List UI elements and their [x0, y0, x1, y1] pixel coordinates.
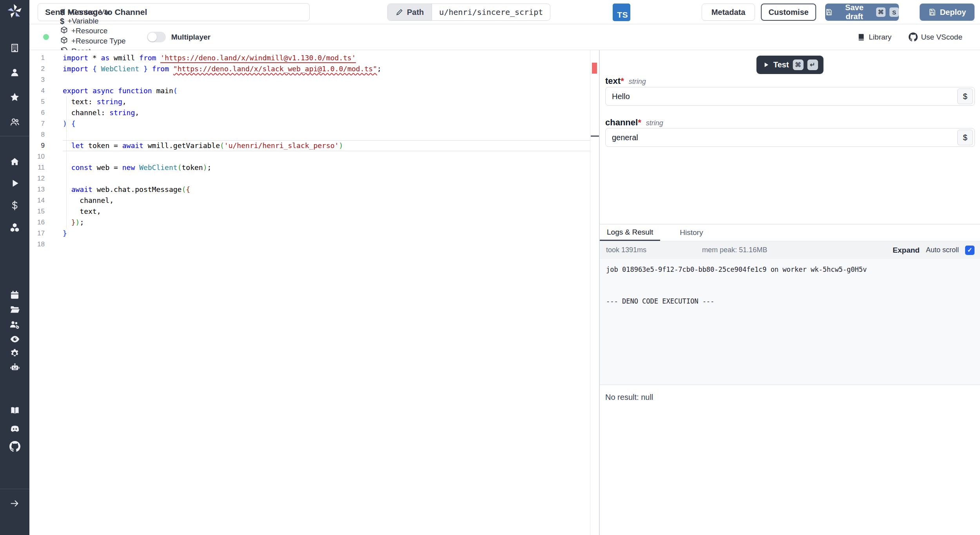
log-output[interactable]: job 018963e5-9f12-7cb0-bb80-25ce904fe1c9…: [600, 259, 980, 385]
line-number: 18: [29, 239, 63, 250]
result-output: No result: null: [600, 385, 980, 410]
toolbar--variable-button[interactable]: $+Variable: [60, 17, 131, 26]
line-number: 15: [29, 206, 63, 217]
multiplayer-toggle[interactable]: [147, 32, 166, 42]
logs-tabs: Logs & Result History: [600, 224, 980, 241]
code-line-6[interactable]: 6 channel: string,: [29, 107, 590, 118]
deploy-button[interactable]: Deploy: [920, 4, 975, 21]
library-button[interactable]: Library: [857, 33, 891, 42]
line-number: 2: [29, 63, 63, 74]
sidebar-item-user-icon[interactable]: [0, 64, 29, 81]
package-icon: [60, 36, 68, 46]
logs-stats-bar: took 1391ms mem peak: 51.16MB Expand Aut…: [600, 241, 980, 259]
code-line-11[interactable]: 11 const web = new WebClient(token);: [29, 162, 590, 173]
sidebar-item-arrow-right-icon[interactable]: [0, 495, 29, 512]
metadata-button[interactable]: Metadata: [702, 4, 755, 21]
log-line: job 018963e5-9f12-7cb0-bb80-25ce904fe1c9…: [606, 264, 974, 275]
line-number: 10: [29, 151, 63, 162]
code-line-17[interactable]: 17}: [29, 228, 590, 239]
insert-variable-button[interactable]: $: [957, 89, 973, 104]
kbd-s: S: [889, 7, 899, 17]
code-text: export async function main(: [63, 85, 590, 96]
toolbar--resource-button[interactable]: +Resource: [60, 26, 131, 36]
github-icon: [909, 33, 918, 42]
package-icon: [60, 26, 68, 36]
run-panel: Test ⌘ ↵ text*string$channel*string$ Log…: [599, 50, 980, 535]
line-number: 17: [29, 228, 63, 239]
line-number: 14: [29, 195, 63, 206]
autoscroll-label: Auto scroll: [926, 246, 959, 254]
sidebar-divider: [0, 489, 29, 489]
deploy-label: Deploy: [940, 8, 966, 17]
toolbar--resource-type-button[interactable]: +Resource Type: [60, 36, 131, 46]
sidebar-item-book-icon[interactable]: [0, 402, 29, 419]
code-line-5[interactable]: 5 text: string,: [29, 96, 590, 107]
line-number: 5: [29, 96, 63, 107]
code-line-10[interactable]: 10: [29, 151, 590, 162]
sidebar-item-dollar-icon[interactable]: [0, 197, 29, 214]
tab-logs-result[interactable]: Logs & Result: [600, 224, 660, 241]
code-line-12[interactable]: 12: [29, 173, 590, 184]
sidebar-item-home-icon[interactable]: [0, 153, 29, 170]
save-icon: [928, 8, 936, 16]
sidebar-item-users-icon[interactable]: [0, 113, 29, 130]
kbd-cmd: ⌘: [876, 7, 886, 17]
sidebar-divider: [0, 136, 29, 136]
code-line-16[interactable]: 16 });: [29, 217, 590, 228]
code-text: [63, 129, 590, 140]
sidebar-item-folder-open-icon[interactable]: [0, 301, 29, 318]
toolbar--context-var-button[interactable]: $+Context Var: [60, 8, 131, 17]
typescript-badge: TS: [613, 4, 630, 21]
sidebar-item-star-icon[interactable]: [0, 89, 29, 106]
code-text: [63, 74, 590, 85]
code-line-8[interactable]: 8: [29, 129, 590, 140]
save-draft-label: Save draft: [837, 3, 872, 21]
code-text: ) {: [63, 118, 590, 129]
customise-button[interactable]: Customise: [761, 4, 816, 21]
channel-input[interactable]: [605, 128, 975, 147]
code-line-1[interactable]: 1import * as wmill from 'https://deno.la…: [29, 52, 590, 63]
save-draft-button[interactable]: Save draft ⌘ S: [825, 4, 899, 21]
code-text: text,: [63, 206, 590, 217]
path-value[interactable]: u/henri/sincere_script: [432, 4, 550, 20]
sidebar-item-robot-icon[interactable]: [0, 359, 29, 376]
autoscroll-checkbox[interactable]: ✓: [965, 246, 975, 255]
path-group: Path u/henri/sincere_script: [387, 4, 550, 21]
sidebar-item-boxes-icon[interactable]: [0, 219, 29, 236]
overview-ruler[interactable]: [590, 50, 599, 535]
tab-history[interactable]: History: [673, 224, 710, 241]
mem-peak: mem peak: 51.16MB: [702, 246, 767, 254]
sidebar-item-github-icon[interactable]: [0, 438, 29, 455]
code-line-9[interactable]: 9 let token = await wmill.getVariable('u…: [29, 140, 590, 151]
log-line: [606, 275, 974, 286]
code-line-18[interactable]: 18: [29, 239, 590, 250]
code-line-7[interactable]: 7) {: [29, 118, 590, 129]
code-line-13[interactable]: 13 await web.chat.postMessage({: [29, 184, 590, 195]
text-input[interactable]: [605, 87, 975, 106]
editor-toolbar: $+Context Var$+Variable+Resource+Resourc…: [29, 24, 980, 50]
book-icon: [857, 33, 866, 42]
windmill-logo[interactable]: [0, 3, 29, 20]
code-line-14[interactable]: 14 channel,: [29, 195, 590, 206]
use-vscode-button[interactable]: Use VScode: [909, 33, 962, 42]
test-button[interactable]: Test ⌘ ↵: [757, 56, 824, 74]
code-text: }: [63, 228, 590, 239]
code-text: import * as wmill from 'https://deno.lan…: [63, 52, 590, 63]
line-number: 8: [29, 129, 63, 140]
top-bar: Path u/henri/sincere_script TS Metadata …: [29, 0, 980, 24]
sidebar-item-discord-icon[interactable]: [0, 420, 29, 437]
play-icon: [763, 61, 769, 68]
code-line-15[interactable]: 15 text,: [29, 206, 590, 217]
sidebar-item-play-icon[interactable]: [0, 175, 29, 192]
code-line-2[interactable]: 2import { WebClient } from "https://deno…: [29, 63, 590, 74]
code-text: [63, 173, 590, 184]
sidebar-item-building-icon[interactable]: [0, 39, 29, 56]
line-number: 7: [29, 118, 63, 129]
code-editor[interactable]: 1import * as wmill from 'https://deno.la…: [29, 50, 590, 535]
code-line-3[interactable]: 3: [29, 74, 590, 85]
expand-button[interactable]: Expand: [893, 246, 920, 255]
insert-variable-button[interactable]: $: [957, 130, 973, 145]
code-line-4[interactable]: 4export async function main(: [29, 85, 590, 96]
line-number: 3: [29, 74, 63, 85]
path-edit-button[interactable]: Path: [388, 4, 432, 20]
